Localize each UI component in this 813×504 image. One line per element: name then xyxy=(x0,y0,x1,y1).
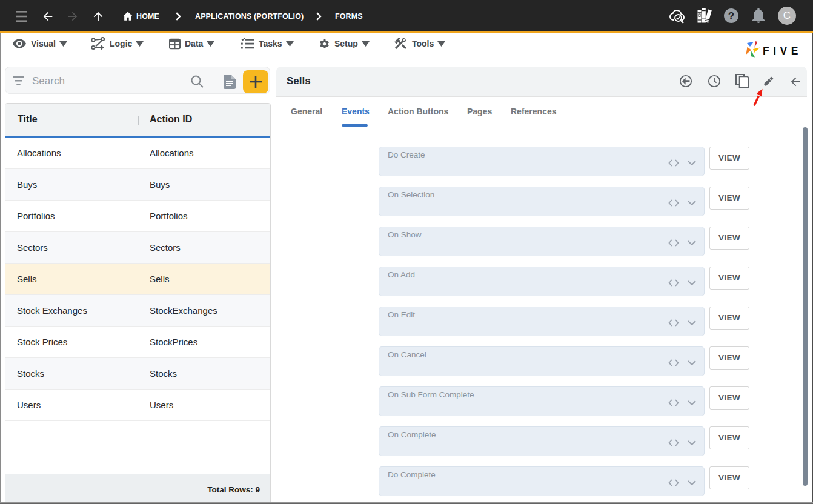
svg-text:FIVE: FIVE xyxy=(763,45,802,57)
svg-text:?: ? xyxy=(728,10,734,22)
